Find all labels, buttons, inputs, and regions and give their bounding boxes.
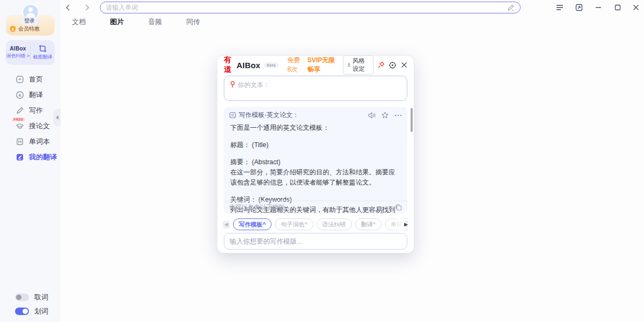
tab-images[interactable]: 图片 (107, 16, 127, 28)
tab-audio[interactable]: 音频 (145, 16, 165, 28)
copy-icon[interactable] (395, 204, 402, 211)
forward-button[interactable] (82, 2, 92, 13)
content-tabs: 文档 图片 音频 同传 (69, 16, 203, 28)
screenshot-translate-label: 截图翻译 (33, 54, 53, 61)
maximize-button[interactable] (612, 2, 624, 13)
aibox-dialog: 有道 AIBox Beta 免费8次 SVIP无限畅享 风格设定 (217, 55, 414, 253)
pen-icon (15, 106, 24, 115)
chip-translate[interactable]: 翻译^ (355, 218, 382, 230)
template-doc-icon (229, 112, 236, 119)
chips-scroll-right-button[interactable]: ▶ (402, 220, 409, 228)
word-select-label: 划词 (34, 306, 48, 316)
dialog-scrollbar[interactable] (411, 108, 413, 132)
sidebar-item-label: 翻译 (29, 90, 43, 100)
result-actions (368, 112, 402, 119)
sidebar-item-search-papers[interactable]: FREE 搜论文 (0, 118, 61, 134)
speaker-icon[interactable] (368, 112, 376, 119)
aibox-tool[interactable]: AIBox 润色纠错 > (6, 40, 30, 65)
sidebar-item-label: 搜论文 (29, 121, 50, 131)
result-title: 写作模板-英文论文： (239, 111, 365, 120)
gear-icon (389, 61, 397, 69)
result-paragraph: 下面是一个通用的英文论文模板： (230, 123, 401, 133)
graduation-cap-icon (15, 121, 24, 130)
member-offer-button[interactable]: $ 会员特惠 (10, 25, 51, 33)
minimize-button[interactable] (592, 2, 604, 13)
sidebar-item-label: 我的翻译 (29, 152, 57, 162)
result-body: 下面是一个通用的英文论文模板： 标题： (Title) 摘要： (Abstrac… (224, 122, 407, 214)
result-header: 写作模板-英文论文： (224, 107, 407, 122)
sidebar-item-label: 首页 (29, 75, 43, 84)
result-footer: 你可以参考以下模版 (224, 201, 407, 214)
toggle-knob (23, 309, 28, 314)
aibox-dialog-header: 有道 AIBox Beta 免费8次 SVIP无限畅享 风格设定 (217, 56, 414, 74)
star-icon[interactable] (382, 112, 389, 119)
svg-text:$: $ (12, 27, 14, 32)
close-button[interactable] (630, 2, 642, 13)
tab-documents[interactable]: 文档 (69, 16, 89, 28)
toggle-knob (16, 295, 21, 300)
home-icon (15, 75, 24, 84)
sidebar-item-writing[interactable]: 写作 (0, 103, 61, 118)
crop-icon (39, 45, 47, 53)
sidebar-item-home[interactable]: 首页 (0, 71, 61, 87)
tab-interpretation[interactable]: 同传 (183, 16, 203, 28)
word-capture-toggle[interactable] (15, 294, 29, 301)
chip-sentence-polish[interactable]: 句子润色^ (275, 218, 313, 230)
pin-button[interactable] (377, 60, 385, 70)
member-offer-label: 会员特惠 (18, 25, 40, 33)
back-button[interactable] (62, 2, 73, 13)
dialog-close-button[interactable] (400, 60, 407, 70)
svip-upsell-link[interactable]: SVIP无限畅享 (308, 56, 336, 74)
screenshot-translate-tool[interactable]: 截图翻译 (31, 40, 55, 65)
sidebar: 登录 $ 会员特惠 AIBox 润色纠错 > 截图翻译 (0, 0, 61, 322)
function-chips-row: ◀ 写作模板^ 句子润色^ 语法纠错 翻译^ 单词百科 论文去 (223, 218, 408, 230)
result-panel: 写作模板-英文论文： 下面是一个通用的英文论文模板： 标题： (Title) 摘… (224, 107, 407, 214)
member-shield-icon: $ (10, 26, 16, 32)
result-paragraph: 标题： (Title) (230, 140, 401, 150)
location-pin-icon (230, 81, 236, 88)
login-button[interactable]: 登录 (20, 17, 39, 25)
chevron-left-icon (56, 115, 58, 120)
your-text-label: 你的文本： (238, 80, 270, 90)
word-capture-label: 取词 (34, 292, 48, 302)
aibox-logo: AIBox (10, 46, 26, 52)
svg-text:A: A (18, 93, 21, 98)
person-icon (347, 62, 351, 68)
sidebar-collapse-handle[interactable] (53, 109, 61, 126)
chips-scroll-left-button[interactable]: ◀ (223, 221, 230, 229)
sidebar-item-label: 单词本 (29, 137, 50, 147)
result-paragraph: 摘要： (Abstract) 在这一部分，简要介绍研究的目的、方法和结果。摘要应… (230, 157, 401, 188)
settings-button[interactable] (389, 60, 397, 70)
maximize-icon (614, 4, 621, 11)
word-select-toggle[interactable] (15, 308, 29, 315)
pencil-icon[interactable] (507, 4, 515, 11)
sidebar-tools-card: AIBox 润色纠错 > 截图翻译 (6, 40, 55, 65)
aibox-sub-label: 润色纠错 > (6, 53, 30, 60)
more-options-icon[interactable] (394, 114, 402, 116)
wordbook-icon (15, 137, 24, 146)
sidebar-item-translate[interactable]: A 翻译 (0, 87, 61, 103)
chip-writing-template[interactable]: 写作模板^ (233, 218, 272, 230)
search-bar (100, 2, 521, 13)
close-icon (401, 62, 407, 68)
float-window-button[interactable] (573, 2, 585, 13)
chevron-left-icon (65, 4, 70, 11)
style-settings-button[interactable]: 风格设定 (343, 55, 374, 75)
close-icon (633, 4, 639, 11)
menu-button[interactable] (554, 2, 566, 13)
template-input[interactable] (230, 238, 401, 245)
result-footer-hint: 你可以参考以下模版 (229, 203, 395, 211)
translate-icon: A (15, 90, 24, 99)
aibox-title: AIBox (237, 61, 260, 70)
pin-icon (377, 61, 385, 69)
hamburger-icon (556, 5, 564, 10)
your-text-input-area[interactable]: 你的文本： (224, 76, 407, 101)
sidebar-nav: 首页 A 翻译 写作 FREE 搜论文 (0, 71, 61, 165)
avatar-head-icon (28, 8, 33, 12)
beta-badge: Beta (264, 62, 278, 68)
my-translations-icon (15, 152, 24, 162)
chip-grammar-check[interactable]: 语法纠错 (317, 218, 352, 230)
search-input[interactable] (106, 4, 507, 11)
sidebar-item-my-translations[interactable]: 我的翻译 (0, 149, 61, 165)
sidebar-item-wordbook[interactable]: 单词本 (0, 134, 61, 149)
